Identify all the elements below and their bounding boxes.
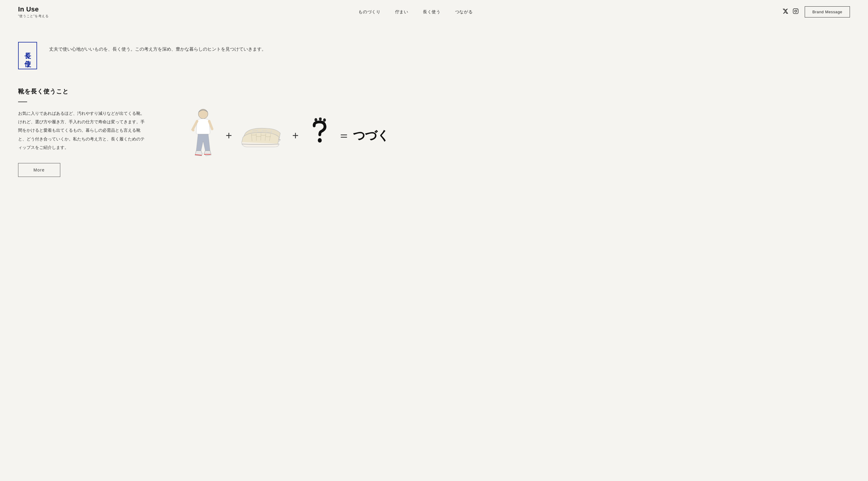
top-description: 丈夫で使い心地がいいものを、長く使う。この考え方を深め、豊かな暮らしのヒントを見… (49, 42, 266, 53)
logo-subtitle: "使うこと"を考える (18, 14, 49, 19)
svg-point-6 (323, 119, 326, 122)
illustration-container: + (169, 105, 404, 166)
instagram-icon (793, 8, 799, 14)
twitter-link[interactable] (782, 8, 788, 16)
shoes-illustration (238, 118, 286, 154)
plus-sign-2: + (292, 129, 299, 142)
question-mark-illustration (305, 118, 335, 154)
logo-area: In Use "使うこと"を考える (18, 5, 49, 19)
svg-point-5 (319, 118, 321, 121)
svg-rect-0 (793, 9, 798, 14)
article-section: 靴を長く使うこと お気に入りであればあるほど、汚れやすり減りなどが出てくる靴。け… (18, 87, 404, 178)
article-illustration: + (169, 87, 404, 178)
article-left: 靴を長く使うこと お気に入りであればあるほど、汚れやすり減りなどが出てくる靴。け… (18, 87, 145, 177)
nav-item-monozukuri[interactable]: ものづくり (358, 9, 381, 15)
main-nav: ものづくり 佇まい 長く使う つながる (358, 9, 472, 15)
social-icons (782, 8, 799, 16)
nav-item-tatazumai[interactable]: 佇まい (395, 9, 408, 15)
top-section: 長く使う 丈夫で使い心地がいいものを、長く使う。この考え方を深め、豊かな暮らしの… (18, 42, 404, 69)
header-right: Brand Message (782, 6, 850, 18)
logo-title: In Use (18, 5, 49, 13)
nav-item-tsunagaru[interactable]: つながる (455, 9, 473, 15)
svg-point-2 (797, 10, 798, 10)
tsuzuku-text: つづく (353, 127, 390, 144)
twitter-icon (782, 8, 788, 14)
svg-point-7 (318, 138, 321, 142)
header: In Use "使うこと"を考える ものづくり 佇まい 長く使う つながる Br… (0, 0, 868, 24)
category-badge: 長く使う (18, 42, 37, 69)
brand-message-button[interactable]: Brand Message (805, 6, 850, 18)
article-body: お気に入りであればあるほど、汚れやすり減りなどが出てくる靴。けれど、選び方や履き… (18, 109, 145, 152)
category-badge-text: 長く使う (23, 47, 32, 64)
person-illustration (184, 105, 220, 166)
instagram-link[interactable] (793, 8, 799, 16)
article-divider (18, 102, 27, 102)
more-button[interactable]: More (18, 163, 60, 177)
nav-item-nagakutsukau[interactable]: 長く使う (423, 9, 441, 15)
article-title: 靴を長く使うこと (18, 87, 145, 96)
equals-sign: ＝ (338, 127, 350, 144)
svg-point-1 (795, 10, 797, 12)
main-content: 長く使う 丈夫で使い心地がいいものを、長く使う。この考え方を深め、豊かな暮らしの… (0, 24, 422, 202)
svg-point-3 (198, 109, 208, 119)
plus-sign-1: + (226, 129, 232, 142)
